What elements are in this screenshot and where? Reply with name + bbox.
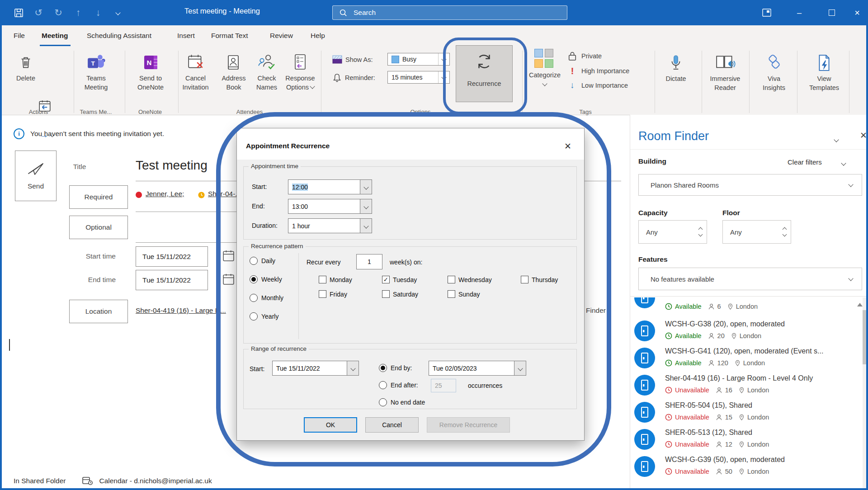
close-button[interactable]: × (846, 0, 868, 25)
start-time-dropdown[interactable] (360, 179, 372, 194)
end-date-input[interactable]: Tue 15/11/2022 (136, 270, 208, 290)
room-list-item[interactable]: SHER-05-513 (12), Shared Unavailable 12 … (631, 426, 859, 453)
maximize-button[interactable] (821, 0, 843, 25)
response-options-button[interactable]: Response Options (280, 48, 320, 92)
interval-input[interactable]: 1 (356, 254, 382, 269)
room-list-item[interactable]: WCSH-G-G41 (120), open, moderated (Event… (631, 344, 859, 372)
day-checkbox-monday[interactable]: Monday (319, 276, 382, 283)
day-checkbox-wednesday[interactable]: Wednesday (448, 276, 521, 283)
up-arrow-icon[interactable]: ↑ (72, 7, 84, 19)
meeting-title-value[interactable]: Test meeting (136, 158, 208, 173)
view-templates-button[interactable]: View Templates (804, 49, 844, 92)
room-status-row: Unavailable 12 London (665, 441, 769, 448)
duration-dropdown[interactable] (360, 218, 372, 233)
end-time-input[interactable]: 13:00 (288, 199, 360, 214)
check-names-button[interactable]: Check Names (250, 48, 283, 92)
recurrence-button[interactable]: Recurrence (456, 45, 513, 102)
high-importance-button[interactable]: ! High Importance (568, 66, 629, 76)
teams-meeting-button[interactable]: T Teams Meeting (75, 48, 118, 92)
radio-daily[interactable]: Daily (250, 257, 275, 265)
send-button[interactable]: Send (15, 151, 57, 201)
tab-help[interactable]: Help (311, 32, 325, 40)
cancel-button[interactable]: Cancel (365, 417, 419, 433)
room-list-item[interactable]: SHER-05-504 (15), Shared Unavailable 15 … (631, 399, 859, 426)
location-button[interactable]: Location (69, 300, 128, 323)
floor-stepper[interactable]: Any (722, 220, 791, 244)
capacity-label: Capacity (638, 209, 668, 217)
tab-review[interactable]: Review (270, 32, 293, 40)
tab-format-text[interactable]: Format Text (211, 32, 248, 40)
clear-filters-link[interactable]: Clear filters (788, 158, 822, 166)
send-to-onenote-button[interactable]: N Send to OneNote (132, 48, 169, 92)
tab-file[interactable]: File (14, 32, 25, 40)
radio-end-by[interactable]: End by: (379, 364, 412, 372)
private-button[interactable]: Private (568, 51, 602, 61)
ribbon-display-options-icon[interactable] (756, 0, 778, 25)
undo-icon[interactable]: ↺ (33, 7, 44, 19)
categorize-button[interactable]: Categorize (524, 49, 565, 89)
panel-collapse-icon[interactable] (835, 137, 838, 145)
panel-close-icon[interactable]: ✕ (860, 130, 867, 141)
stepper-arrows[interactable] (783, 228, 786, 236)
radio-no-end-date[interactable]: No end date (379, 398, 425, 406)
capacity-stepper[interactable]: Any (638, 220, 707, 244)
dictate-button[interactable]: Dictate (660, 49, 692, 83)
ok-button[interactable]: OK (304, 417, 357, 433)
day-checkbox-thursday[interactable]: Thursday (521, 276, 584, 283)
required-button[interactable]: Required (69, 185, 128, 209)
search-input[interactable]: Search (332, 5, 567, 20)
day-checkbox-sunday[interactable]: Sunday (448, 290, 521, 298)
scroll-up-arrow[interactable] (857, 303, 863, 306)
start-date-picker-icon[interactable] (222, 250, 235, 264)
optional-button[interactable]: Optional (69, 216, 128, 239)
room-list-item[interactable]: WCSH-G-G39 (50), open, moderated Unavail… (631, 453, 859, 480)
end-time-dropdown[interactable] (360, 199, 372, 214)
minimize-button[interactable]: – (788, 0, 810, 25)
room-list-item[interactable]: WCSH-G-G38 (20), open, moderated Availab… (631, 317, 859, 344)
features-dropdown[interactable]: No features available (638, 268, 862, 290)
room-finder-toggle-partial[interactable]: Finder (586, 306, 606, 315)
range-start-input[interactable]: Tue 15/11/2022 (272, 361, 347, 376)
required-attendee-link[interactable]: Jenner, Lee; (146, 190, 184, 198)
immersive-reader-button[interactable]: Immersive Reader (703, 49, 747, 92)
filters-expand-icon[interactable] (842, 160, 845, 168)
occurrences-input[interactable]: 25 (431, 379, 456, 392)
end-by-dropdown[interactable] (514, 361, 526, 376)
day-checkbox-tuesday[interactable]: ✓Tuesday (382, 276, 448, 283)
day-checkbox-saturday[interactable]: Saturday (382, 290, 448, 298)
low-importance-button[interactable]: ↓ Low Importance (568, 80, 628, 90)
end-date-picker-icon[interactable] (222, 273, 235, 287)
customize-qat-icon[interactable] (112, 7, 124, 19)
radio-monthly[interactable]: Monthly (250, 294, 283, 302)
show-as-dropdown[interactable]: Busy (387, 53, 450, 66)
room-list-item[interactable]: Sher-04-419 (16) - Large Room - Level 4 … (631, 372, 859, 399)
duration-input[interactable]: 1 hour (288, 218, 360, 233)
address-book-button[interactable]: Address Book (216, 48, 251, 92)
stepper-arrows[interactable] (699, 228, 702, 236)
end-by-input[interactable]: Tue 02/05/2023 (429, 361, 514, 376)
start-time-input[interactable]: 12:00 (288, 179, 360, 194)
day-checkbox-friday[interactable]: Friday (319, 290, 382, 298)
radio-end-after[interactable]: End after: (379, 381, 418, 389)
ribbon-tab-bar: File Meeting Scheduling Assistant Insert… (0, 25, 868, 48)
viva-insights-button[interactable]: Viva Insights (756, 49, 792, 92)
scrollbar-thumb[interactable] (863, 310, 866, 364)
radio-weekly[interactable]: Weekly (250, 275, 282, 283)
redo-icon[interactable]: ↻ (52, 7, 64, 19)
reminder-dropdown[interactable]: 15 minutes (387, 71, 450, 84)
building-dropdown[interactable]: Planon Shared Rooms (638, 174, 862, 196)
tab-scheduling-assistant[interactable]: Scheduling Assistant (87, 32, 151, 40)
cancel-invitation-button[interactable]: Cancel Invitation (176, 48, 215, 92)
down-arrow-icon[interactable]: ↓ (92, 7, 104, 19)
delete-button[interactable]: Delete (10, 48, 42, 83)
remove-recurrence-button[interactable]: Remove Recurrence (427, 417, 510, 433)
tab-insert[interactable]: Insert (177, 32, 195, 40)
location-link[interactable]: Sher-04-419 (16) - Large R... (136, 306, 226, 315)
radio-yearly[interactable]: Yearly (250, 312, 278, 320)
room-list-item[interactable]: Available 6 London (631, 297, 859, 317)
range-start-dropdown[interactable] (347, 361, 359, 376)
dialog-close-icon[interactable]: ✕ (564, 141, 571, 151)
save-icon[interactable] (13, 7, 24, 19)
tab-meeting[interactable]: Meeting (42, 32, 68, 40)
start-date-input[interactable]: Tue 15/11/2022 (136, 246, 208, 267)
